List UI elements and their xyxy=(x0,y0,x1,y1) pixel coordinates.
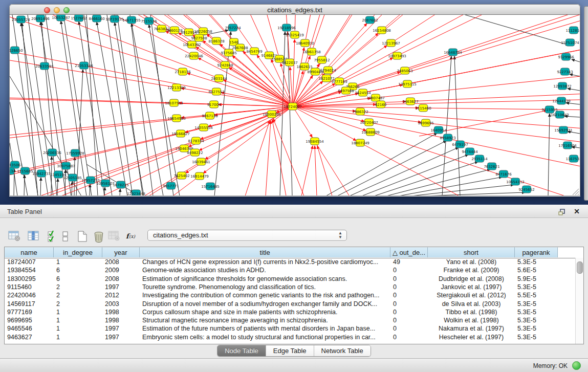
column-header-out_de[interactable]: △ out_de... xyxy=(390,247,428,257)
resize-grip[interactable] xyxy=(571,187,579,195)
graph-node[interactable]: 9267130 xyxy=(202,112,217,119)
cell-out_de[interactable]: 49 xyxy=(390,258,428,266)
graph-node[interactable]: 7625402 xyxy=(173,172,189,179)
table-row[interactable]: 977716911998Corpus callosum shape and si… xyxy=(5,308,576,316)
cell-in_degree[interactable]: 2 xyxy=(54,291,102,299)
graph-node[interactable]: 12213967 xyxy=(382,39,400,47)
graph-node[interactable]: 3624554 xyxy=(355,89,371,96)
cell-title[interactable]: Changes of HCN gene expression and I(f) … xyxy=(140,258,390,266)
graph-node[interactable]: 9115460 xyxy=(415,104,431,112)
graph-node[interactable]: 14671355 xyxy=(122,16,141,24)
cell-year[interactable]: 1997 xyxy=(102,333,140,341)
cell-out_de[interactable]: 0 xyxy=(390,300,428,308)
graph-node[interactable]: 2803144 xyxy=(211,75,227,82)
graph-node[interactable]: 15716485 xyxy=(201,183,220,190)
cell-pagerank[interactable]: 5.3E-5 xyxy=(515,300,558,308)
graph-node[interactable]: 1112814 xyxy=(565,27,580,34)
cell-year[interactable]: 2008 xyxy=(102,275,140,283)
function-builder-icon[interactable]: f(x) xyxy=(125,230,138,243)
graph-node[interactable]: 1167533 xyxy=(565,155,580,162)
cell-pagerank[interactable]: 5.5E-5 xyxy=(515,291,558,299)
cell-title[interactable]: Embryonic stem cells: a model to study s… xyxy=(140,333,390,341)
cell-title[interactable]: Tourette syndrome. Phenomenology and cla… xyxy=(140,283,390,291)
column-header-pagerank[interactable]: pagerank xyxy=(515,247,558,257)
cell-in_degree[interactable]: 1 xyxy=(54,333,102,341)
graph-node[interactable]: 19654983 xyxy=(167,115,186,122)
graph-node[interactable]: 17359928 xyxy=(66,149,84,157)
cell-pagerank[interactable]: 5.6E-5 xyxy=(515,266,558,274)
cell-name[interactable]: 14569117 xyxy=(5,300,54,308)
cell-name[interactable]: 9463627 xyxy=(5,333,54,341)
cell-year[interactable]: 1998 xyxy=(102,308,140,316)
cell-year[interactable]: 2003 xyxy=(102,300,140,308)
cell-year[interactable]: 2009 xyxy=(102,266,140,274)
cell-in_degree[interactable]: 6 xyxy=(54,275,102,283)
graph-node[interactable]: 18807249 xyxy=(351,139,369,146)
cell-short[interactable]: Dudbridge et al. (2008) xyxy=(428,275,515,283)
graph-node[interactable]: 20633591 xyxy=(35,62,54,70)
graph-node[interactable]: 11325419 xyxy=(286,31,304,38)
network-canvas[interactable]: 2405572420691406106532871527602846616010… xyxy=(9,15,580,196)
memory-indicator-icon[interactable] xyxy=(572,361,581,370)
cell-short[interactable]: Hescheler et al. (1997) xyxy=(428,333,515,341)
graph-node[interactable]: 1678275 xyxy=(113,181,128,188)
cell-title[interactable]: Disruption of a novel member of a sodium… xyxy=(140,300,390,308)
graph-node[interactable]: 62160 xyxy=(375,101,386,108)
cell-name[interactable]: 22420046 xyxy=(5,291,54,299)
graph-node[interactable]: 10973493 xyxy=(388,52,406,59)
graph-node[interactable]: 20691406 xyxy=(31,15,50,22)
cell-year[interactable]: 2012 xyxy=(102,291,140,299)
cell-title[interactable]: Corpus callosum shape and size in male p… xyxy=(140,308,390,316)
cell-short[interactable]: de Silva et al. (2003) xyxy=(428,300,515,308)
table-row[interactable]: 946362711997Embryonic stem cells: a mode… xyxy=(5,333,576,341)
cell-title[interactable]: Estimation of significance thresholds fo… xyxy=(140,275,390,283)
graph-node[interactable]: 8427552 xyxy=(208,88,224,95)
graph-node[interactable]: 12923448 xyxy=(127,190,145,196)
cell-name[interactable]: 9465546 xyxy=(5,324,54,333)
graph-node[interactable]: 19166827 xyxy=(171,130,190,137)
table-row[interactable]: 1830029562008Estimation of significance … xyxy=(5,275,576,283)
graph-node[interactable]: 7632621 xyxy=(484,163,499,170)
cell-title[interactable]: Structural magnetic resonance image aver… xyxy=(140,316,390,324)
cell-out_de[interactable]: 0 xyxy=(390,324,428,333)
graph-node[interactable]: 917004 xyxy=(207,101,221,108)
cell-in_degree[interactable]: 2 xyxy=(54,283,102,291)
graph-node[interactable]: 12093872 xyxy=(553,82,572,90)
table-mode-icon[interactable] xyxy=(8,230,20,243)
graph-node[interactable]: 18107554 xyxy=(165,99,183,106)
graph-node[interactable]: 7515526 xyxy=(141,17,157,25)
column-header-year[interactable]: year xyxy=(102,247,140,257)
cell-out_de[interactable]: 0 xyxy=(390,316,428,324)
graph-node[interactable]: 22420046 xyxy=(185,52,203,59)
cell-in_degree[interactable]: 6 xyxy=(54,266,102,274)
graph-node[interactable]: 10719135 xyxy=(105,15,124,23)
cell-year[interactable]: 1997 xyxy=(102,283,140,291)
graph-node[interactable]: 19384554 xyxy=(306,138,324,145)
cell-pagerank[interactable]: 5.3E-5 xyxy=(515,308,558,316)
table-row[interactable]: 969969511998Structural magnetic resonanc… xyxy=(5,316,576,324)
graph-node[interactable]: 20206536 xyxy=(43,149,61,156)
cell-in_degree[interactable]: 2 xyxy=(54,300,102,308)
graph-node[interactable]: 9245652 xyxy=(518,186,534,193)
graph-node[interactable]: 10688609 xyxy=(361,128,380,136)
cell-name[interactable]: 9777169 xyxy=(5,308,54,316)
cell-out_de[interactable]: 0 xyxy=(390,291,428,299)
graph-node[interactable]: 16648784 xyxy=(444,49,462,56)
graph-node[interactable]: 9215955 xyxy=(541,106,557,113)
tab-network-table[interactable]: Network Table xyxy=(314,345,371,356)
graph-node[interactable]: 16720407 xyxy=(360,119,378,126)
cell-short[interactable]: Stergiakouli et al. (2012) xyxy=(428,291,515,299)
graph-node[interactable]: 8958923 xyxy=(440,134,455,141)
graph-node[interactable]: 2526650 xyxy=(9,47,23,54)
graph-node[interactable]: 8186328 xyxy=(208,37,224,45)
graph-node[interactable]: 10807487 xyxy=(366,94,385,101)
graph-node[interactable]: 8471676 xyxy=(495,170,512,178)
cell-pagerank[interactable]: 5.3E-5 xyxy=(515,258,558,266)
graph-node[interactable]: 7485063 xyxy=(397,67,412,74)
graph-node[interactable]: 19218596 xyxy=(277,24,296,31)
graph-node[interactable]: 6479197 xyxy=(452,141,468,148)
tab-edge-table[interactable]: Edge Table xyxy=(266,345,314,356)
graph-node[interactable]: 2935114 xyxy=(471,155,488,162)
cell-short[interactable]: Yano et al. (2008) xyxy=(428,258,515,266)
network-window[interactable]: citations_edges.txt 24055724206914061065… xyxy=(9,4,580,196)
